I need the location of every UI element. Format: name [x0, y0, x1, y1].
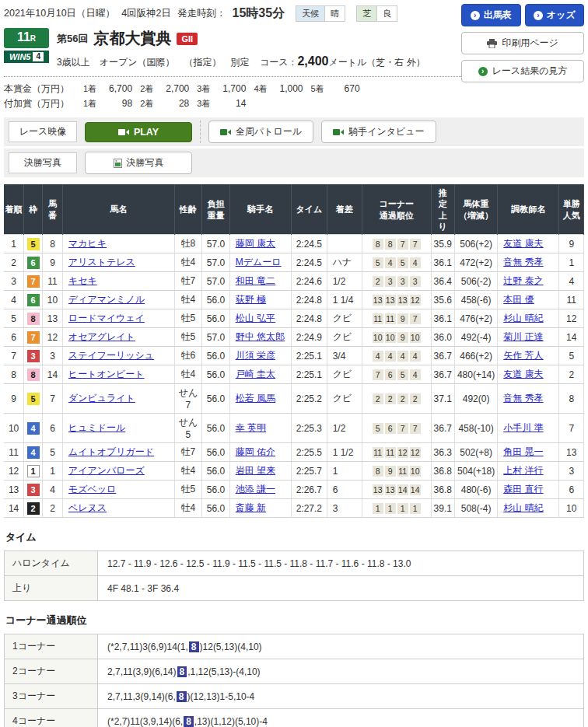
course-distance: 2,400: [297, 54, 328, 68]
corner-table: 1コーナー(*2,7,11)3(6,9)14(1,8)12(5,13)(4,10…: [4, 634, 584, 727]
horse-name-link[interactable]: ペレヌス: [68, 502, 107, 513]
jockey-link[interactable]: 斎藤 新: [236, 502, 266, 513]
horse-name-link[interactable]: ステイフーリッシュ: [68, 350, 154, 361]
trainer-link[interactable]: 本田 優: [503, 294, 534, 305]
video-camera-icon: [220, 128, 231, 136]
result-row: 158マカヒキ牡857.0藤岡 康太2:24.5887735.9506(+2)友…: [4, 235, 584, 253]
horse-name-link[interactable]: アリストテレス: [68, 257, 135, 267]
race-header: 11R WIN54 第56回 京都大賞典 GII 3歳以上 オープン（国際） （…: [4, 28, 471, 69]
trainer-link[interactable]: 音無 秀孝: [503, 393, 543, 404]
trainer-link[interactable]: 角田 晃一: [503, 446, 543, 457]
weather-label: 天候: [296, 6, 325, 21]
jockey-link[interactable]: 荻野 極: [236, 294, 266, 305]
horse-name-link[interactable]: ヒュミドール: [68, 422, 125, 433]
col-load: 負担 重量: [202, 185, 230, 235]
horse-name-link[interactable]: ムイトオブリガード: [68, 446, 154, 457]
jockey-link[interactable]: 野中 悠太郎: [236, 331, 285, 342]
arrow-circle-icon: ›: [478, 67, 488, 76]
frame-badge: 7: [27, 331, 40, 344]
trainer-link[interactable]: 上村 洋行: [503, 465, 543, 476]
frame-badge: 3: [27, 484, 40, 496]
race-date: 2021年10月10日（日曜）: [4, 7, 115, 20]
col-win-popularity: 単勝 人気: [559, 185, 584, 235]
arrow-circle-icon: ›: [534, 11, 543, 20]
col-time: タイム: [291, 185, 327, 235]
jockey-link[interactable]: 藤岡 康太: [236, 238, 275, 249]
horse-name-link[interactable]: ディアマンミノル: [68, 294, 145, 305]
jockey-link[interactable]: 藤岡 佑介: [236, 446, 275, 457]
winner-highlight: 8: [189, 641, 199, 652]
track-value: 良: [377, 6, 397, 21]
trainer-link[interactable]: 友道 康夫: [503, 238, 543, 249]
corner-section-title: コーナー通過順位: [5, 613, 584, 627]
print-page-button[interactable]: 印刷用ページ: [461, 32, 584, 54]
trainer-link[interactable]: 矢作 芳人: [503, 350, 543, 361]
trainer-link[interactable]: 辻野 泰之: [503, 275, 543, 286]
trainer-link[interactable]: 杉山 晴紀: [503, 313, 543, 323]
time-section-title: タイム: [5, 530, 584, 544]
result-row: 269アリストテレス牡457.0Mデムーロ2:24.5ハナ545436.1472…: [4, 253, 584, 272]
printer-icon: [487, 39, 497, 48]
frame-badge: 5: [27, 393, 40, 405]
frame-badge: 5: [27, 238, 40, 250]
frame-badge: 4: [27, 446, 40, 459]
trainer-link[interactable]: 森田 直行: [503, 484, 543, 495]
corner-row: 1コーナー(*2,7,11)3(6,9)14(1,8)12(5,13)(4,10…: [5, 634, 584, 659]
jockey-link[interactable]: 池添 謙一: [236, 484, 275, 495]
trainer-link[interactable]: 音無 秀孝: [503, 257, 543, 267]
entry-table-button[interactable]: ›出馬表: [461, 4, 521, 26]
col-last-3f: 推 定 上 り: [431, 185, 454, 235]
result-row: 957ダンビュライトせん756.0松若 風馬2:25.2クビ222237.149…: [4, 384, 584, 414]
horse-name-link[interactable]: オセアグレイト: [68, 331, 135, 342]
race-edition: 第56回: [57, 32, 88, 46]
jockey-link[interactable]: 川須 栄彦: [236, 350, 275, 361]
track-label: 芝: [357, 6, 377, 21]
corner-row: 3コーナー2,7,11,3(9,14)(6,8)(12,13)1-5,10-4: [5, 684, 584, 709]
result-guide-button[interactable]: ›レース結果の見方: [461, 60, 584, 82]
jockey-link[interactable]: Mデムーロ: [236, 257, 282, 267]
jockey-link[interactable]: 和田 竜二: [236, 275, 275, 286]
frame-badge: 8: [27, 313, 40, 325]
result-row: 8814ヒートオンビート牡456.0戸崎 圭太2:25.1クビ765436.74…: [4, 365, 584, 384]
race-meta-bar: 2021年10月10日（日曜） 4回阪神2日 発走時刻：15時35分 天候 晴 …: [4, 3, 463, 26]
trainer-link[interactable]: 友道 康夫: [503, 369, 543, 379]
horse-name-link[interactable]: ダンビュライト: [68, 393, 135, 404]
trainer-link[interactable]: 小手川 準: [503, 422, 543, 433]
horse-name-link[interactable]: マカヒキ: [68, 238, 107, 249]
horse-name-link[interactable]: キセキ: [68, 275, 97, 286]
course-label: コース：: [260, 57, 298, 68]
frame-badge: 1: [27, 465, 40, 477]
winner-highlight: 8: [184, 716, 194, 727]
col-finish-position: 着順: [4, 185, 24, 235]
finish-photo-button[interactable]: 決勝写真: [85, 152, 192, 174]
col-jockey: 騎手名: [229, 185, 291, 235]
jockey-link[interactable]: 松山 弘平: [236, 313, 275, 323]
trainer-link[interactable]: 杉山 晴紀: [503, 502, 543, 513]
weather-badge: 天候 晴: [296, 5, 345, 22]
trainer-link[interactable]: 菊川 正達: [503, 331, 543, 342]
jockey-link[interactable]: 松若 風馬: [236, 393, 275, 404]
corner-row: 4コーナー(*2,7)11(3,9,14)(6,8,13)(1,12)(5,10…: [5, 709, 584, 727]
jockey-link[interactable]: 戸崎 圭太: [236, 369, 275, 379]
horse-name-link[interactable]: ヒートオンビート: [68, 369, 145, 379]
race-result-page: ›出馬表 ›オッズ 印刷用ページ ›レース結果の見方 2021年10月10日（日…: [0, 0, 588, 727]
frame-badge: 4: [27, 422, 40, 435]
horse-name-link[interactable]: モズベッロ: [68, 484, 116, 495]
winner-highlight: 8: [177, 666, 187, 677]
col-horse-number: 馬 番: [43, 185, 63, 235]
play-video-button[interactable]: PLAY: [85, 122, 192, 142]
patrol-video-button[interactable]: 全周パトロール: [208, 121, 313, 143]
horse-name-link[interactable]: アイアンバローズ: [68, 465, 145, 476]
divider: [200, 121, 201, 143]
odds-button[interactable]: ›オッズ: [525, 4, 585, 26]
jockey-link[interactable]: 岩田 望来: [236, 465, 275, 476]
frame-badge: 6: [27, 257, 40, 269]
horse-name-link[interactable]: ロードマイウェイ: [68, 313, 145, 323]
jockey-interview-button[interactable]: 騎手インタビュー: [321, 121, 436, 143]
weather-value: 晴: [325, 6, 345, 21]
result-row: 1145ムイトオブリガード牡756.0藤岡 佑介2:25.51 1/211111…: [4, 443, 584, 462]
jockey-link[interactable]: 幸 英明: [236, 422, 266, 433]
col-margin: 着差: [327, 185, 362, 235]
win5-slot: 4: [33, 52, 44, 61]
furlong-time-label: ハロンタイム: [5, 551, 98, 576]
